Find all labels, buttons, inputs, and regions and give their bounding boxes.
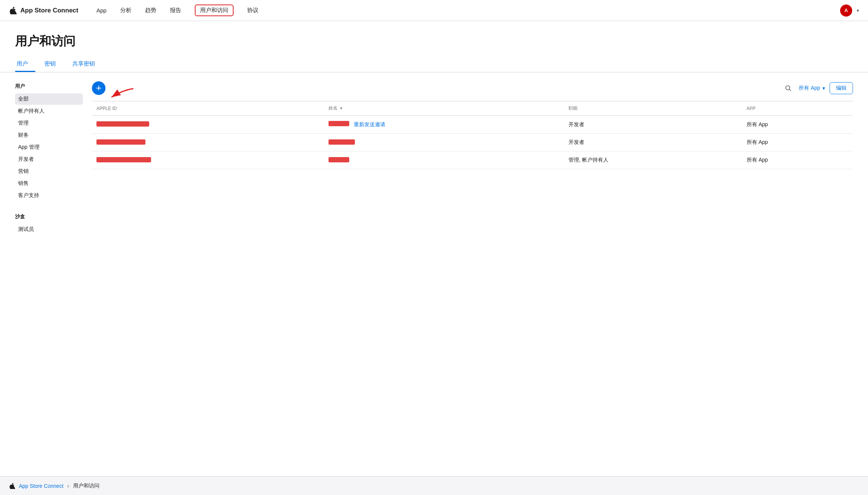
redacted-apple-id-3 bbox=[96, 157, 151, 162]
sidebar-item-sales[interactable]: 销售 bbox=[15, 178, 83, 189]
cell-app-2: 所有 App bbox=[742, 134, 853, 151]
tab-keys[interactable]: 密钥 bbox=[43, 57, 63, 72]
nav-analytics[interactable]: 分析 bbox=[120, 5, 131, 15]
sidebar-users-title: 用户 bbox=[15, 83, 83, 90]
col-name: 姓名 ▾ bbox=[324, 101, 564, 116]
table-area: + 所有 App ▾ bbox=[83, 72, 868, 495]
sidebar-item-customer-support[interactable]: 客户支持 bbox=[15, 190, 83, 201]
page-title: 用户和访问 bbox=[15, 33, 853, 50]
nav-agreements[interactable]: 协议 bbox=[247, 5, 258, 15]
svg-line-2 bbox=[790, 90, 791, 91]
tabs: 用户 密钥 共享密钥 bbox=[15, 57, 853, 72]
col-apple-id: APPLE ID bbox=[92, 101, 324, 116]
dropdown-chevron-icon: ▾ bbox=[822, 85, 825, 91]
sidebar-item-admin[interactable]: 管理 bbox=[15, 118, 83, 129]
nav-trends[interactable]: 趋势 bbox=[145, 5, 156, 15]
cell-name-1: 重新发送邀请 bbox=[324, 116, 564, 134]
col-app: APP bbox=[742, 101, 853, 116]
table-row[interactable]: 管理, 帐户持有人 所有 App bbox=[92, 151, 853, 169]
toolbar-right: 所有 App ▾ 编辑 bbox=[782, 82, 853, 94]
add-user-button[interactable]: + bbox=[92, 81, 105, 95]
footer-apple-icon bbox=[9, 483, 15, 489]
search-button[interactable] bbox=[782, 82, 794, 94]
sidebar-item-marketing[interactable]: 营销 bbox=[15, 166, 83, 177]
apple-icon bbox=[9, 7, 17, 14]
resend-invite-link[interactable]: 重新发送邀请 bbox=[354, 121, 385, 127]
cell-apple-id-3 bbox=[92, 151, 324, 169]
redacted-name-3 bbox=[329, 157, 349, 162]
sidebar-item-testers[interactable]: 测试员 bbox=[15, 224, 83, 235]
sidebar-item-app-manager[interactable]: App 管理 bbox=[15, 142, 83, 153]
breadcrumb-current: 用户和访问 bbox=[73, 483, 99, 489]
nav-links: App 分析 趋势 报告 用户和访问 协议 bbox=[96, 5, 840, 16]
tab-shared-secret[interactable]: 共享密钥 bbox=[71, 57, 102, 72]
nav-right: A ▾ bbox=[840, 5, 859, 17]
breadcrumb-home[interactable]: App Store Connect bbox=[19, 483, 63, 489]
top-navigation: App Store Connect App 分析 趋势 报告 用户和访问 协议 … bbox=[0, 0, 868, 21]
cell-app-1: 所有 App bbox=[742, 116, 853, 134]
user-avatar[interactable]: A bbox=[840, 5, 852, 17]
sidebar-item-developer[interactable]: 开发者 bbox=[15, 154, 83, 165]
redacted-name-1 bbox=[329, 121, 349, 126]
table-row[interactable]: 重新发送邀请 开发者 所有 App bbox=[92, 116, 853, 134]
app-logo[interactable]: App Store Connect bbox=[9, 7, 78, 14]
cell-apple-id-1 bbox=[92, 116, 324, 134]
sidebar: 用户 全部 帐户持有人 管理 财务 App 管理 开发者 营销 销售 客户支持 … bbox=[0, 72, 83, 495]
table-header: APPLE ID 姓名 ▾ 职能 APP bbox=[92, 101, 853, 116]
main-content: 用户 全部 帐户持有人 管理 财务 App 管理 开发者 营销 销售 客户支持 … bbox=[0, 72, 868, 495]
sidebar-sandbox-title: 沙盒 bbox=[15, 213, 83, 220]
redacted-name-2 bbox=[329, 139, 355, 145]
all-apps-label: 所有 App bbox=[799, 85, 820, 92]
sort-icon[interactable]: ▾ bbox=[340, 106, 342, 110]
nav-reports[interactable]: 报告 bbox=[170, 5, 181, 15]
svg-point-1 bbox=[786, 86, 790, 90]
cell-app-3: 所有 App bbox=[742, 151, 853, 169]
nav-users-access[interactable]: 用户和访问 bbox=[195, 5, 234, 16]
edit-button[interactable]: 编辑 bbox=[830, 82, 853, 94]
sidebar-item-account-holder[interactable]: 帐户持有人 bbox=[15, 105, 83, 117]
search-icon bbox=[785, 85, 792, 92]
cell-name-2 bbox=[324, 134, 564, 151]
page-header: 用户和访问 用户 密钥 共享密钥 bbox=[0, 21, 868, 72]
cell-name-3 bbox=[324, 151, 564, 169]
redacted-apple-id-1 bbox=[96, 121, 149, 127]
app-name: App Store Connect bbox=[20, 7, 78, 14]
redacted-apple-id-2 bbox=[96, 139, 145, 145]
cell-role-1: 开发者 bbox=[564, 116, 742, 134]
nav-app[interactable]: App bbox=[96, 6, 107, 15]
sidebar-item-finance[interactable]: 财务 bbox=[15, 130, 83, 141]
cell-role-3: 管理, 帐户持有人 bbox=[564, 151, 742, 169]
breadcrumb-separator: › bbox=[67, 483, 69, 489]
cell-role-2: 开发者 bbox=[564, 134, 742, 151]
all-apps-filter[interactable]: 所有 App ▾ bbox=[799, 85, 825, 92]
bottom-bar: App Store Connect › 用户和访问 bbox=[0, 476, 868, 495]
table-row[interactable]: 开发者 所有 App bbox=[92, 134, 853, 151]
table-body: 重新发送邀请 开发者 所有 App 开发者 所有 App bbox=[92, 116, 853, 169]
chevron-down-icon[interactable]: ▾ bbox=[857, 8, 859, 13]
cell-apple-id-2 bbox=[92, 134, 324, 151]
col-role: 职能 bbox=[564, 101, 742, 116]
tab-users[interactable]: 用户 bbox=[15, 57, 35, 72]
table-toolbar: + 所有 App ▾ bbox=[92, 81, 853, 95]
users-table: APPLE ID 姓名 ▾ 职能 APP 重 bbox=[92, 101, 853, 169]
sidebar-item-all[interactable]: 全部 bbox=[15, 93, 83, 105]
